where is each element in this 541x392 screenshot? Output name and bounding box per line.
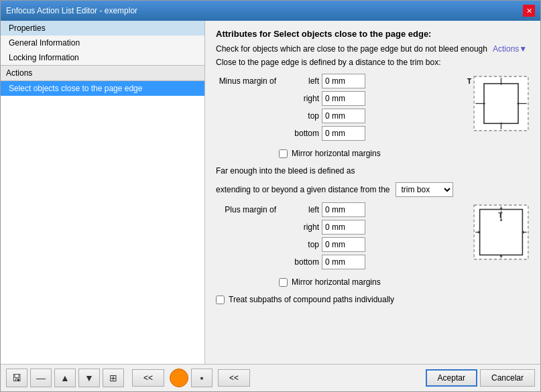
square-button[interactable]: ▪ [191,369,213,387]
bottom-label-2: bottom [279,257,319,267]
sidebar-item-general[interactable]: General Information [1,36,204,50]
actions-section: Actions Select objects close to the page… [1,65,204,364]
treat-subpaths-row: Treat subpaths of compound paths individ… [216,295,530,304]
svg-rect-1 [484,84,518,124]
plus-bottom-input[interactable] [322,255,365,269]
square-icon: ▪ [200,373,204,383]
minus-margin-group: Minus margin of left right top [216,74,530,143]
dropdown-row: extending to or beyond a given distance … [216,182,530,197]
minus-right-input[interactable] [322,91,365,106]
left-panel: Properties General Information Locking I… [1,21,205,364]
right-label-2: right [279,222,319,232]
mirror-checkbox-2-row: Mirror horizontal margins [279,277,530,287]
plus-margin-label: Plus margin of [216,205,276,214]
window-title: Enfocus Action List Editor - exemplor [6,6,137,15]
minus-margin-row-header: Minus margin of left [216,74,457,88]
minus-margin-fields: Minus margin of left right top [216,74,457,143]
mirror-checkbox-1[interactable] [279,149,288,158]
right-panel: Attributes for Select objects close to t… [205,21,540,364]
far-enough-desc: Far enough into the bleed is defined as [216,166,530,176]
plus-margin-group: Plus margin of left right top [216,202,530,272]
minus-right-row: right [216,91,457,106]
properties-header-item[interactable]: Properties [1,21,204,36]
check-description: Check for objects which are close to the… [216,44,530,54]
plus-right-input[interactable] [322,220,365,235]
title-bar: Enfocus Action List Editor - exemplor ✕ [1,1,540,21]
main-window: Enfocus Action List Editor - exemplor ✕ … [0,0,541,392]
move-down-button[interactable]: ▼ [78,369,100,387]
top-label-2: top [279,240,319,249]
plus-margin-row-header: Plus margin of left [216,202,462,217]
actions-dropdown-link[interactable]: Actions▼ [493,44,527,54]
new-button[interactable]: 🖫 [6,369,27,387]
minus-bottom-input[interactable] [322,126,365,141]
plus-top-input[interactable] [322,237,365,252]
mirror-checkbox-1-row: Mirror horizontal margins [279,149,530,158]
plus-bottom-row: bottom [216,255,462,269]
main-content: Properties General Information Locking I… [1,21,540,364]
trim-diagram-1 [473,75,530,132]
mirror-label-2: Mirror horizontal margins [292,277,381,287]
page-title: Attributes for Select objects close to t… [216,29,530,39]
left-label-1: left [279,76,319,86]
minus-left-input[interactable] [322,74,365,88]
diagram1-container: T [467,74,530,143]
delete-button[interactable]: — [30,369,52,387]
close-desc: Close to the page edge is defined by a d… [216,58,530,67]
plus-top-row: top [216,237,462,252]
grid-button[interactable]: ⊞ [103,369,124,387]
action-item-select-objects[interactable]: Select objects close to the page edge [1,81,204,96]
svg-text:T: T [498,211,503,219]
minus-top-input[interactable] [322,109,365,123]
bottom-label-1: bottom [279,129,319,138]
extending-label: extending to or beyond a given distance … [216,185,390,194]
cancel-button[interactable]: Cancelar [480,369,535,387]
actions-header: Actions [1,66,204,81]
top-label-1: top [279,111,319,121]
plus-right-row: right [216,220,462,235]
actions-list: Select objects close to the page edge [1,81,204,364]
left-label-2: left [279,205,319,214]
close-button[interactable]: ✕ [523,5,535,17]
grid-icon: ⊞ [109,373,117,383]
plus-margin-fields: Plus margin of left right top [216,202,462,272]
mirror-checkbox-2[interactable] [279,278,288,287]
new-icon: 🖫 [12,373,21,383]
move-up-button[interactable]: ▲ [54,369,76,387]
delete-icon: — [36,373,46,383]
mirror-label-1: Mirror horizontal margins [292,149,381,158]
arrow-down-icon: ▼ [84,373,94,383]
right-label-1: right [279,94,319,103]
minus-top-row: top [216,109,457,123]
general-info-label: General Information [9,38,80,48]
properties-list: Properties General Information Locking I… [1,21,204,65]
prev-button[interactable]: << [132,369,164,387]
trim-box-select[interactable]: trim box bleed box media box [396,182,453,197]
locking-info-label: Locking Information [9,53,79,62]
minus-margin-label: Minus margin of [216,76,276,86]
orange-button[interactable] [170,369,188,387]
accept-button[interactable]: Aceptar [426,369,477,387]
minus-bottom-row: bottom [216,126,457,141]
treat-subpaths-label: Treat subpaths of compound paths individ… [229,295,394,304]
treat-subpaths-checkbox[interactable] [216,296,225,304]
nav-buttons-right: << [218,369,250,387]
next-button[interactable]: << [218,369,250,387]
trim-diagram-2: T [473,204,530,261]
bottom-toolbar: 🖫 — ▲ ▼ ⊞ << ▪ << Aceptar Cancelar [1,364,540,391]
t-label-1: T [467,78,471,85]
plus-left-input[interactable] [322,202,365,217]
nav-buttons-left: << [132,369,164,387]
diagram2-container: T [473,202,530,272]
arrow-up-icon: ▲ [60,373,70,383]
sidebar-item-locking[interactable]: Locking Information [1,50,204,65]
properties-label: Properties [9,23,46,33]
